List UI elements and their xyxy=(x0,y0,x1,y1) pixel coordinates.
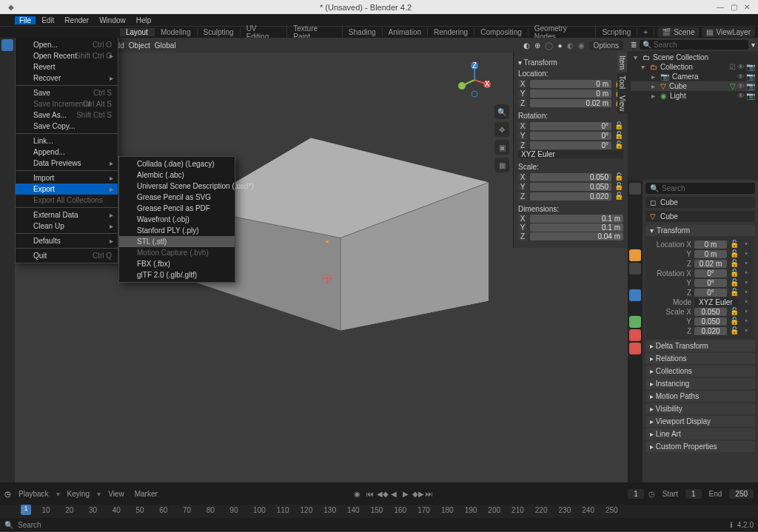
tree-scene-collection[interactable]: ▾🗀Scene Collection xyxy=(631,53,755,62)
file-menu-export[interactable]: Export▸ xyxy=(16,183,118,195)
ptab-render[interactable] xyxy=(629,183,641,195)
timeline-view[interactable]: View xyxy=(105,490,127,498)
ptab-viewlayer[interactable] xyxy=(629,209,641,221)
close-button[interactable]: ✕ xyxy=(740,3,754,11)
workspace-tab-shading[interactable]: Shading xyxy=(343,28,383,36)
file-menu-external-data[interactable]: External Data▸ xyxy=(16,209,118,220)
panel-collections[interactable]: ▸ Collections xyxy=(645,366,755,377)
lock-icon[interactable]: 🔓 xyxy=(614,192,623,201)
search-icon[interactable]: 🔍 xyxy=(4,521,13,529)
ntab-item[interactable]: Item xyxy=(617,53,627,73)
axis-gizmo[interactable]: X Z xyxy=(456,61,493,98)
preview-range-icon[interactable]: ◷ xyxy=(648,490,655,498)
timeline-playback[interactable]: Playback xyxy=(16,490,52,498)
prop-loc-z[interactable]: 0.02 m xyxy=(694,260,727,268)
loc-y[interactable]: 0 m xyxy=(530,90,611,98)
export-universal-scene-description-usd-[interactable]: Universal Scene Description (.usd*) xyxy=(119,181,235,192)
file-menu-save-as-[interactable]: Save As...Shift Ctrl S xyxy=(16,110,118,121)
scale-y[interactable]: 0.050 xyxy=(530,183,611,191)
tree-collection[interactable]: ▾🗀Collection☑👁📷 xyxy=(631,62,755,72)
scene-selector[interactable]: 🎬Scene xyxy=(657,27,699,37)
scale-z[interactable]: 0.020 xyxy=(530,192,611,201)
keyframe-prev-icon[interactable]: ◀◆ xyxy=(377,490,387,498)
file-menu-append-[interactable]: Append... xyxy=(16,147,118,158)
jump-start-icon[interactable]: ⏮ xyxy=(365,490,375,498)
workspace-add[interactable]: + xyxy=(637,28,654,36)
3d-viewport[interactable]: Object Mode View Select Add Object Globa… xyxy=(15,38,628,482)
file-menu-quit[interactable]: QuitCtrl Q xyxy=(16,250,118,261)
prop-loc-y[interactable]: 0 m xyxy=(694,250,727,258)
rotmode[interactable]: XYZ Euler xyxy=(518,150,623,158)
ptab-world[interactable] xyxy=(629,236,641,248)
panel-instancing[interactable]: ▸ Instancing xyxy=(645,378,755,389)
export-grease-pencil-as-pdf[interactable]: Grease Pencil as PDF xyxy=(119,203,235,214)
panel-viewport-display[interactable]: ▸ Viewport Display xyxy=(645,416,755,427)
lock-icon[interactable]: 🔓 xyxy=(614,172,623,181)
export-alembic-abc-[interactable]: Alembic (.abc) xyxy=(119,169,235,181)
panel-relations[interactable]: ▸ Relations xyxy=(645,353,755,364)
prop-loc-x[interactable]: 0 m xyxy=(694,240,727,249)
filter-icon[interactable]: ▾ xyxy=(751,41,755,49)
export-gltf-2-0-glb-gltf-[interactable]: glTF 2.0 (.glb/.gltf) xyxy=(119,269,235,280)
prop-rot-y[interactable]: 0° xyxy=(694,279,727,287)
tool-transform[interactable] xyxy=(1,106,13,118)
panel-line-art[interactable]: ▸ Line Art xyxy=(645,428,755,440)
file-menu-save[interactable]: SaveCtrl S xyxy=(16,87,118,98)
file-menu-defaults[interactable]: Defaults▸ xyxy=(16,235,118,246)
panel-motion-paths[interactable]: ▸ Motion Paths xyxy=(645,391,755,402)
dim-z[interactable]: 0.04 m xyxy=(530,232,623,240)
viewlayer-selector[interactable]: ▤ViewLayer xyxy=(702,27,755,37)
tree-light[interactable]: ▸◉Light👁📷 xyxy=(631,91,755,101)
ptab-object[interactable] xyxy=(629,249,641,261)
tool-add-cube[interactable] xyxy=(1,146,13,158)
loc-z[interactable]: 0.02 m xyxy=(530,99,611,107)
rot-y[interactable]: 0° xyxy=(530,132,611,140)
status-search[interactable]: Search xyxy=(18,521,41,529)
ntab-view[interactable]: View xyxy=(617,92,627,115)
tool-measure[interactable] xyxy=(1,132,13,144)
workspace-tab-scripting[interactable]: Scripting xyxy=(596,28,637,36)
tool-annotate[interactable] xyxy=(1,119,13,131)
play-rev-icon[interactable]: ◀ xyxy=(389,490,399,498)
lock-icon[interactable]: 🔓 xyxy=(614,141,623,149)
ptab-physics[interactable] xyxy=(629,289,641,301)
menu-window[interactable]: Window xyxy=(95,16,130,24)
ptab-output[interactable] xyxy=(629,196,641,208)
file-menu-import[interactable]: Import▸ xyxy=(16,172,118,183)
persp-ortho-icon[interactable]: ▦ xyxy=(494,158,509,172)
file-menu-open-recent[interactable]: Open RecentShift Ctrl O▸ xyxy=(16,50,118,61)
prop-scale-z[interactable]: 0.020 xyxy=(694,327,727,335)
props-search[interactable]: 🔍 Search xyxy=(645,183,755,194)
workspace-tab-modeling[interactable]: Modeling xyxy=(155,28,198,36)
ntab-tool[interactable]: Tool xyxy=(617,73,627,92)
file-menu-link-[interactable]: Link... xyxy=(16,135,118,147)
keyframe-next-icon[interactable]: ◆▶ xyxy=(412,490,423,498)
timeline-keying[interactable]: Keying xyxy=(64,490,93,498)
zoom-icon[interactable]: 🔍 xyxy=(494,104,509,119)
lock-icon[interactable]: 🔓 xyxy=(614,182,623,191)
props-breadcrumb-data[interactable]: ▽Cube xyxy=(645,211,755,222)
lock-icon[interactable]: 🔓 xyxy=(614,121,623,130)
export-stl-stl-[interactable]: STL (.stl) xyxy=(119,236,235,247)
prop-scale-x[interactable]: 0.050 xyxy=(694,308,727,316)
play-icon[interactable]: ▶ xyxy=(400,490,411,498)
panel-custom-properties[interactable]: ▸ Custom Properties xyxy=(645,441,755,452)
file-menu-data-previews[interactable]: Data Previews▸ xyxy=(16,158,118,169)
rot-x[interactable]: 0° xyxy=(530,122,611,130)
ptab-data[interactable] xyxy=(629,316,641,328)
prop-rot-z[interactable]: 0° xyxy=(694,289,727,297)
menu-edit[interactable]: Edit xyxy=(37,16,58,24)
menu-help[interactable]: Help xyxy=(132,16,156,24)
props-breadcrumb[interactable]: ◻Cube xyxy=(645,197,755,208)
tool-move[interactable] xyxy=(1,66,13,78)
prop-scale-y[interactable]: 0.050 xyxy=(694,317,727,326)
tree-cube[interactable]: ▸▽Cube▽👁📷 xyxy=(631,81,755,91)
menu-render[interactable]: Render xyxy=(60,16,93,24)
export-wavefront-obj-[interactable]: Wavefront (.obj) xyxy=(119,214,235,225)
tool-cursor[interactable] xyxy=(1,53,13,64)
workspace-tab-rendering[interactable]: Rendering xyxy=(428,28,474,36)
ptab-material[interactable] xyxy=(629,329,641,341)
file-menu-open-[interactable]: Open...Ctrl O xyxy=(16,39,118,50)
export-fbx-fbx-[interactable]: FBX (.fbx) xyxy=(119,258,235,269)
timeline-ruler[interactable]: 1 11020304050607080901001101201301401501… xyxy=(0,505,758,518)
